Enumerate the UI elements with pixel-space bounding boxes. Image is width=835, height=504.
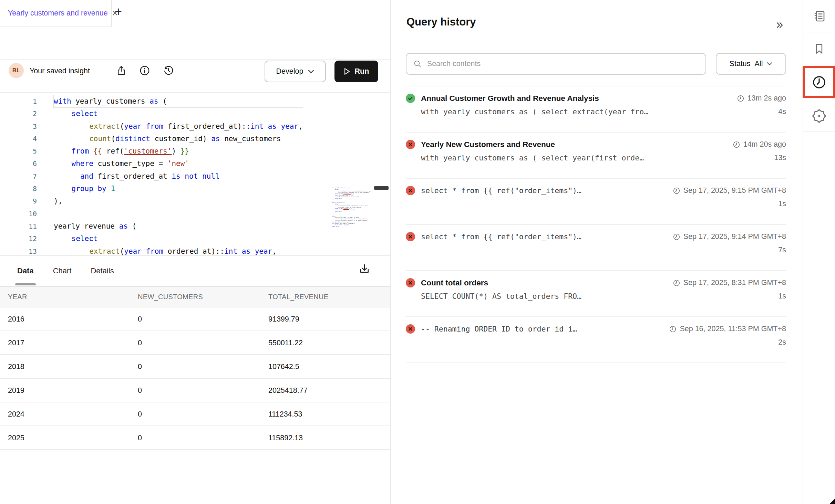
editor-panel: Yearly customers and revenue ✕ + BL Your… xyxy=(0,0,390,504)
dbt-explore-icon[interactable] xyxy=(812,108,827,124)
code-line[interactable]: with yearly_customers as ( xyxy=(54,95,303,107)
tab-bar: Yearly customers and revenue ✕ + xyxy=(0,0,390,27)
history-item-title: Count total orders xyxy=(421,279,488,287)
history-item-duration: 1s xyxy=(778,292,786,301)
history-item-timestamp: 14m 20s ago xyxy=(743,140,786,149)
table-cell: 107642.5 xyxy=(268,362,299,371)
new-tab-button[interactable]: + xyxy=(115,6,122,18)
code-line[interactable]: select xyxy=(54,232,303,245)
history-item-duration: 2s xyxy=(778,338,786,347)
chevron-down-icon xyxy=(767,62,772,66)
status-filter-label: Status xyxy=(730,60,751,68)
sql-code-editor[interactable]: 12345678910111213 with yearly_customers … xyxy=(0,93,390,255)
code-line[interactable]: extract(year from first_ordered_at)::int… xyxy=(54,120,303,133)
results-tab-details[interactable]: Details xyxy=(91,256,114,286)
table-cell: 0 xyxy=(138,362,142,371)
search-input[interactable] xyxy=(427,60,699,68)
error-x-icon xyxy=(406,186,415,195)
table-row[interactable]: 201902025418.77 xyxy=(0,379,390,402)
clock-icon xyxy=(737,95,744,102)
bookmark-icon[interactable] xyxy=(813,42,826,55)
history-item-timestamp: Sep 17, 2025, 8:31 PM GMT+8 xyxy=(683,279,786,287)
table-row[interactable]: 20170550011.22 xyxy=(0,331,390,355)
table-cell: 2017 xyxy=(8,338,24,347)
clock-icon xyxy=(673,279,680,287)
query-history-item[interactable]: select * from {{ ref("order_items")…Sep … xyxy=(406,178,786,224)
collapse-panel-icon[interactable] xyxy=(774,20,785,30)
query-history-item[interactable]: select * from {{ ref("order_items")…Sep … xyxy=(406,224,786,270)
success-check-icon xyxy=(406,94,415,103)
rail-divider xyxy=(803,131,835,132)
history-item-duration: 7s xyxy=(778,246,786,254)
code-line[interactable]: and first_ordered_at is not null xyxy=(54,170,303,182)
code-line[interactable]: select xyxy=(54,107,303,120)
line-numbers: 12345678910111213 xyxy=(0,95,37,255)
table-cell: 0 xyxy=(138,386,142,395)
table-cell: 2019 xyxy=(8,386,24,395)
query-history-item[interactable]: -- Renaming ORDER_ID to order_id i…Sep 1… xyxy=(406,316,786,363)
status-filter-value: All xyxy=(755,60,763,68)
table-cell: 2018 xyxy=(8,362,24,371)
clock-icon xyxy=(733,141,740,148)
query-history-button-highlighted[interactable] xyxy=(803,66,835,98)
history-item-timestamp: Sep 16, 2025, 11:53 PM GMT+8 xyxy=(680,325,786,333)
code-line[interactable] xyxy=(54,208,303,220)
table-row[interactable]: 20250115892.13 xyxy=(0,426,390,450)
code-line[interactable]: from {{ ref('customers') }} xyxy=(54,145,303,157)
code-line[interactable]: where customer_type = 'new' xyxy=(54,157,303,170)
error-x-icon xyxy=(406,232,415,241)
query-history-list: Annual Customer Growth and Revenue Analy… xyxy=(406,86,786,363)
notebook-icon[interactable] xyxy=(812,9,826,23)
history-search-box[interactable] xyxy=(406,53,706,75)
table-cell: 0 xyxy=(138,410,142,418)
history-item-sql-preview: SELECT COUNT(*) AS total_orders FRO… xyxy=(421,292,581,301)
query-history-title: Query history xyxy=(406,16,476,28)
query-history-item[interactable]: Count total ordersSep 17, 2025, 8:31 PM … xyxy=(406,270,786,316)
error-x-icon xyxy=(406,278,415,287)
error-x-icon xyxy=(406,140,415,149)
table-cell: 2024 xyxy=(8,410,24,418)
table-cell: 111234.53 xyxy=(268,410,302,418)
code-line[interactable]: extract(year from ordered_at)::int as ye… xyxy=(54,245,303,255)
results-table-header: YEARNEW_CUSTOMERSTOTAL_REVENUE xyxy=(0,286,390,307)
code-line[interactable]: ), xyxy=(54,195,303,207)
query-history-item[interactable]: Yearly New Customers and Revenue14m 20s … xyxy=(406,132,786,178)
mouse-cursor xyxy=(829,498,835,504)
code-line[interactable]: count(distinct customer_id) as new_custo… xyxy=(54,133,303,145)
table-cell: 91399.79 xyxy=(268,315,299,323)
results-tab-bar: DataChartDetails xyxy=(0,255,390,286)
minimap[interactable]: with yearly_customers as ( select extrac… xyxy=(332,187,380,227)
table-row[interactable]: 2016091399.79 xyxy=(0,307,390,331)
clock-history-icon xyxy=(812,75,827,90)
results-tab-chart[interactable]: Chart xyxy=(53,256,72,286)
tab-title: Yearly customers and revenue xyxy=(8,9,108,18)
history-item-duration: 4s xyxy=(778,107,786,116)
search-icon xyxy=(413,60,422,68)
history-item-duration: 13s xyxy=(774,154,786,162)
status-filter-dropdown[interactable]: Status All xyxy=(716,53,786,75)
tab-yearly-customers-and-revenue[interactable]: Yearly customers and revenue ✕ xyxy=(0,0,112,27)
table-cell: 550011.22 xyxy=(268,338,303,347)
history-item-timestamp: Sep 17, 2025, 9:14 PM GMT+8 xyxy=(683,232,786,241)
table-cell: 0 xyxy=(138,433,142,442)
history-item-title: select * from {{ ref("order_items")… xyxy=(421,232,581,241)
results-tab-data[interactable]: Data xyxy=(17,256,34,286)
query-history-item[interactable]: Annual Customer Growth and Revenue Analy… xyxy=(406,86,786,132)
table-cell: 115892.13 xyxy=(268,433,303,442)
table-row[interactable]: 20240111234.53 xyxy=(0,402,390,426)
history-item-title: Annual Customer Growth and Revenue Analy… xyxy=(421,94,599,103)
code-line[interactable]: group by 1 xyxy=(54,182,303,195)
history-item-title: Yearly New Customers and Revenue xyxy=(421,140,555,149)
clock-icon xyxy=(669,325,677,333)
history-item-sql-preview: with yearly_customers as ( select year(f… xyxy=(421,154,644,162)
right-icon-rail xyxy=(803,0,835,504)
history-item-title: -- Renaming ORDER_ID to order_id i… xyxy=(421,325,577,333)
scrollbar-thumb[interactable] xyxy=(374,186,389,190)
table-cell: 2025418.77 xyxy=(268,386,308,395)
download-results-icon[interactable] xyxy=(358,263,371,275)
table-row[interactable]: 20180107642.5 xyxy=(0,355,390,379)
table-cell: 0 xyxy=(138,315,142,323)
table-cell: 2025 xyxy=(8,433,24,442)
status-bar: Query completed in 4s Environment: PROD … xyxy=(0,60,390,93)
code-line[interactable]: yearly_revenue as ( xyxy=(54,220,303,232)
